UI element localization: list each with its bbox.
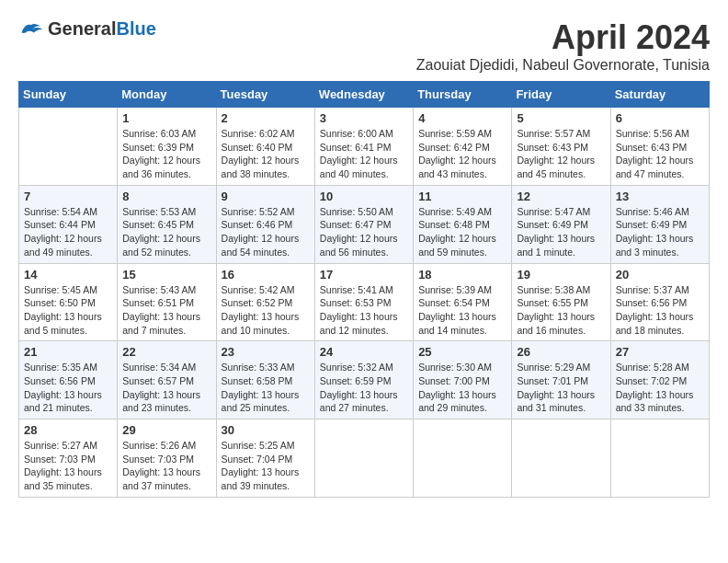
day-info: Sunrise: 5:59 AM Sunset: 6:42 PM Dayligh… [418, 127, 506, 181]
calendar-cell: 10Sunrise: 5:50 AM Sunset: 6:47 PM Dayli… [314, 185, 413, 263]
calendar-cell [512, 419, 610, 498]
calendar-cell: 27Sunrise: 5:28 AM Sunset: 7:02 PM Dayli… [610, 341, 709, 419]
day-number: 16 [222, 268, 310, 282]
day-number: 28 [24, 423, 112, 437]
day-info: Sunrise: 5:49 AM Sunset: 6:48 PM Dayligh… [418, 205, 506, 259]
day-number: 6 [616, 111, 704, 125]
day-info: Sunrise: 6:00 AM Sunset: 6:41 PM Dayligh… [320, 127, 408, 181]
day-number: 27 [616, 345, 704, 359]
calendar-week-row: 1Sunrise: 6:03 AM Sunset: 6:39 PM Daylig… [19, 108, 710, 186]
day-info: Sunrise: 5:43 AM Sunset: 6:51 PM Dayligh… [122, 283, 210, 338]
day-info: Sunrise: 5:32 AM Sunset: 6:59 PM Dayligh… [320, 361, 408, 415]
calendar-cell: 29Sunrise: 5:26 AM Sunset: 7:03 PM Dayli… [118, 419, 216, 498]
logo-blue: Blue [116, 18, 155, 39]
day-of-week-header: Saturday [610, 82, 709, 108]
calendar-cell: 3Sunrise: 6:00 AM Sunset: 6:41 PM Daylig… [314, 108, 413, 186]
day-number: 5 [517, 111, 605, 125]
day-info: Sunrise: 5:39 AM Sunset: 6:54 PM Dayligh… [418, 283, 506, 338]
calendar-cell: 30Sunrise: 5:25 AM Sunset: 7:04 PM Dayli… [216, 419, 314, 498]
calendar-cell: 8Sunrise: 5:53 AM Sunset: 6:45 PM Daylig… [118, 185, 216, 263]
day-info: Sunrise: 5:33 AM Sunset: 6:58 PM Dayligh… [222, 361, 310, 415]
calendar-cell: 11Sunrise: 5:49 AM Sunset: 6:48 PM Dayli… [414, 185, 512, 263]
day-number: 3 [320, 111, 408, 125]
day-info: Sunrise: 5:42 AM Sunset: 6:52 PM Dayligh… [222, 283, 310, 338]
day-info: Sunrise: 5:46 AM Sunset: 6:49 PM Dayligh… [616, 205, 704, 259]
day-number: 15 [122, 268, 210, 282]
day-of-week-header: Sunday [19, 82, 118, 108]
calendar-cell [610, 419, 709, 498]
day-number: 25 [418, 345, 506, 359]
calendar-week-row: 21Sunrise: 5:35 AM Sunset: 6:56 PM Dayli… [19, 341, 710, 419]
day-info: Sunrise: 5:26 AM Sunset: 7:03 PM Dayligh… [122, 439, 210, 493]
title-block: April 2024 Zaouiat Djedidi, Nabeul Gover… [416, 18, 710, 74]
day-number: 10 [320, 190, 408, 203]
calendar-week-row: 14Sunrise: 5:45 AM Sunset: 6:50 PM Dayli… [19, 263, 710, 341]
day-number: 18 [418, 268, 506, 282]
day-number: 1 [122, 111, 210, 125]
calendar-cell: 12Sunrise: 5:47 AM Sunset: 6:49 PM Dayli… [512, 185, 610, 263]
day-number: 2 [222, 111, 310, 125]
day-number: 21 [24, 345, 112, 359]
day-info: Sunrise: 5:34 AM Sunset: 6:57 PM Dayligh… [122, 361, 210, 415]
logo: GeneralBlue [18, 18, 156, 40]
calendar-cell: 6Sunrise: 5:56 AM Sunset: 6:43 PM Daylig… [610, 108, 709, 186]
day-info: Sunrise: 5:50 AM Sunset: 6:47 PM Dayligh… [320, 205, 408, 259]
day-info: Sunrise: 5:52 AM Sunset: 6:46 PM Dayligh… [222, 205, 310, 259]
day-number: 13 [616, 190, 704, 203]
day-info: Sunrise: 5:29 AM Sunset: 7:01 PM Dayligh… [517, 361, 605, 415]
calendar-cell: 2Sunrise: 6:02 AM Sunset: 6:40 PM Daylig… [216, 108, 314, 186]
calendar-week-row: 7Sunrise: 5:54 AM Sunset: 6:44 PM Daylig… [19, 185, 710, 263]
calendar-cell: 19Sunrise: 5:38 AM Sunset: 6:55 PM Dayli… [512, 263, 610, 341]
day-info: Sunrise: 5:57 AM Sunset: 6:43 PM Dayligh… [517, 127, 605, 181]
day-number: 26 [517, 345, 605, 359]
calendar-cell [314, 419, 413, 498]
day-number: 4 [418, 111, 506, 125]
day-number: 11 [418, 190, 506, 203]
day-number: 7 [24, 190, 112, 203]
logo-bird-icon [18, 19, 44, 40]
calendar-cell [19, 108, 118, 186]
calendar-cell: 7Sunrise: 5:54 AM Sunset: 6:44 PM Daylig… [19, 185, 118, 263]
calendar-cell: 16Sunrise: 5:42 AM Sunset: 6:52 PM Dayli… [216, 263, 314, 341]
calendar-cell: 23Sunrise: 5:33 AM Sunset: 6:58 PM Dayli… [216, 341, 314, 419]
day-number: 14 [24, 268, 112, 282]
day-number: 22 [122, 345, 210, 359]
day-number: 19 [517, 268, 605, 282]
day-info: Sunrise: 5:25 AM Sunset: 7:04 PM Dayligh… [222, 439, 310, 493]
calendar-cell: 24Sunrise: 5:32 AM Sunset: 6:59 PM Dayli… [314, 341, 413, 419]
day-of-week-header: Thursday [414, 82, 512, 108]
day-number: 12 [517, 190, 605, 203]
calendar-cell: 25Sunrise: 5:30 AM Sunset: 7:00 PM Dayli… [414, 341, 512, 419]
day-info: Sunrise: 5:54 AM Sunset: 6:44 PM Dayligh… [24, 205, 112, 259]
day-number: 20 [616, 268, 704, 282]
day-of-week-header: Monday [118, 82, 216, 108]
day-info: Sunrise: 5:28 AM Sunset: 7:02 PM Dayligh… [616, 361, 704, 415]
calendar-header-row: SundayMondayTuesdayWednesdayThursdayFrid… [19, 82, 710, 108]
day-info: Sunrise: 6:02 AM Sunset: 6:40 PM Dayligh… [222, 127, 310, 181]
logo-general: General [48, 18, 116, 39]
day-info: Sunrise: 5:38 AM Sunset: 6:55 PM Dayligh… [517, 283, 605, 338]
calendar-cell: 15Sunrise: 5:43 AM Sunset: 6:51 PM Dayli… [118, 263, 216, 341]
day-info: Sunrise: 6:03 AM Sunset: 6:39 PM Dayligh… [122, 127, 210, 181]
calendar-cell: 26Sunrise: 5:29 AM Sunset: 7:01 PM Dayli… [512, 341, 610, 419]
day-number: 24 [320, 345, 408, 359]
day-number: 17 [320, 268, 408, 282]
calendar-cell: 21Sunrise: 5:35 AM Sunset: 6:56 PM Dayli… [19, 341, 118, 419]
day-of-week-header: Tuesday [216, 82, 314, 108]
day-info: Sunrise: 5:37 AM Sunset: 6:56 PM Dayligh… [616, 283, 704, 338]
calendar-cell [414, 419, 512, 498]
calendar-cell: 18Sunrise: 5:39 AM Sunset: 6:54 PM Dayli… [414, 263, 512, 341]
day-number: 30 [222, 423, 310, 437]
calendar-cell: 28Sunrise: 5:27 AM Sunset: 7:03 PM Dayli… [19, 419, 118, 498]
day-number: 9 [222, 190, 310, 203]
day-number: 23 [222, 345, 310, 359]
month-title: April 2024 [416, 18, 710, 57]
day-info: Sunrise: 5:30 AM Sunset: 7:00 PM Dayligh… [418, 361, 506, 415]
calendar-cell: 20Sunrise: 5:37 AM Sunset: 6:56 PM Dayli… [610, 263, 709, 341]
calendar-cell: 14Sunrise: 5:45 AM Sunset: 6:50 PM Dayli… [19, 263, 118, 341]
calendar-week-row: 28Sunrise: 5:27 AM Sunset: 7:03 PM Dayli… [19, 419, 710, 498]
calendar-cell: 22Sunrise: 5:34 AM Sunset: 6:57 PM Dayli… [118, 341, 216, 419]
calendar-cell: 13Sunrise: 5:46 AM Sunset: 6:49 PM Dayli… [610, 185, 709, 263]
day-of-week-header: Friday [512, 82, 610, 108]
day-info: Sunrise: 5:56 AM Sunset: 6:43 PM Dayligh… [616, 127, 704, 181]
